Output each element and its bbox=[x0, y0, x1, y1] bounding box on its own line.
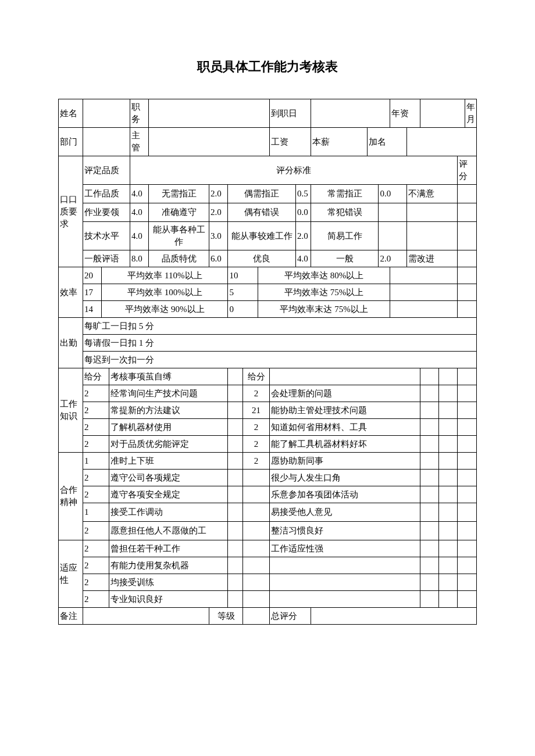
adapt-r4-e2[interactable] bbox=[420, 591, 438, 608]
val-hiredate[interactable] bbox=[311, 99, 390, 128]
know-r1-e3[interactable] bbox=[439, 385, 458, 402]
adapt-r3-b[interactable] bbox=[269, 574, 420, 591]
adapt-r2-e3[interactable] bbox=[439, 557, 458, 574]
val-mgr[interactable] bbox=[149, 128, 269, 156]
coop-r5-e[interactable] bbox=[228, 522, 243, 540]
qual-r2-t4[interactable] bbox=[407, 203, 458, 222]
eff-r2-score[interactable] bbox=[458, 284, 477, 301]
adapt-r2-s2[interactable] bbox=[243, 557, 269, 574]
coop-r3-e[interactable] bbox=[228, 486, 243, 503]
eff-r1-score[interactable] bbox=[458, 267, 477, 284]
adapt-r2-e2[interactable] bbox=[420, 557, 438, 574]
coop-r3-e3[interactable] bbox=[439, 486, 458, 503]
coop-r2-e2[interactable] bbox=[420, 470, 438, 486]
coop-r4-e[interactable] bbox=[228, 503, 243, 522]
know-e4[interactable] bbox=[439, 368, 458, 385]
know-r3-e[interactable] bbox=[228, 419, 243, 436]
know-e2[interactable] bbox=[269, 368, 420, 385]
eff-r2-e[interactable] bbox=[390, 284, 458, 301]
val-remark[interactable] bbox=[83, 608, 209, 625]
know-r2-e[interactable] bbox=[228, 402, 243, 419]
coop-r4-e3[interactable] bbox=[439, 503, 458, 522]
coop-r3-e2[interactable] bbox=[420, 486, 438, 503]
qual-r3-t4[interactable] bbox=[407, 222, 458, 250]
know-r4-s: 2 bbox=[83, 436, 109, 453]
adapt-r3-e3[interactable] bbox=[439, 574, 458, 591]
coop-r2-e3[interactable] bbox=[439, 470, 458, 486]
lbl-plus: 加名 bbox=[368, 128, 407, 156]
know-r3-e4[interactable] bbox=[458, 419, 477, 436]
coop-r3-e4[interactable] bbox=[458, 486, 477, 503]
adapt-r4-b[interactable] bbox=[269, 591, 420, 608]
eff-r3-e[interactable] bbox=[390, 301, 458, 318]
know-r4-e[interactable] bbox=[228, 436, 243, 453]
adapt-r3-e[interactable] bbox=[228, 574, 243, 591]
adapt-r2-e4[interactable] bbox=[458, 557, 477, 574]
qual-r1-score[interactable] bbox=[458, 185, 477, 203]
coop-r3-s2[interactable] bbox=[243, 486, 269, 503]
val-total[interactable] bbox=[311, 608, 476, 625]
adapt-r4-e3[interactable] bbox=[439, 591, 458, 608]
coop-r4-e4[interactable] bbox=[458, 503, 477, 522]
adapt-r3-s2[interactable] bbox=[243, 574, 269, 591]
know-e5[interactable] bbox=[458, 368, 477, 385]
know-r4-e2[interactable] bbox=[420, 436, 438, 453]
coop-r1-e2[interactable] bbox=[420, 453, 438, 470]
adapt-r3-e4[interactable] bbox=[458, 574, 477, 591]
adapt-r1-e4[interactable] bbox=[458, 540, 477, 557]
adapt-r1-e3[interactable] bbox=[439, 540, 458, 557]
adapt-r1-e[interactable] bbox=[228, 540, 243, 557]
lbl-total: 总评分 bbox=[269, 608, 311, 625]
val-plus[interactable] bbox=[407, 128, 477, 156]
know-r3-e3[interactable] bbox=[439, 419, 458, 436]
know-r2-e4[interactable] bbox=[458, 402, 477, 419]
qual-r3-s4[interactable] bbox=[379, 222, 407, 250]
know-r3-e2[interactable] bbox=[420, 419, 438, 436]
coop-r1-e3[interactable] bbox=[439, 453, 458, 470]
know-r2-e2[interactable] bbox=[420, 402, 438, 419]
know-r2-e3[interactable] bbox=[439, 402, 458, 419]
adapt-r3-e2[interactable] bbox=[420, 574, 438, 591]
val-post[interactable] bbox=[149, 99, 269, 128]
qual-r2-s1: 4.0 bbox=[130, 203, 149, 222]
val-grade[interactable] bbox=[243, 608, 269, 625]
coop-r2-e[interactable] bbox=[228, 470, 243, 486]
know-r1-e[interactable] bbox=[228, 385, 243, 402]
qual-r3-t1: 能从事各种工作 bbox=[149, 222, 209, 250]
coop-r1-e[interactable] bbox=[228, 453, 243, 470]
val-dept[interactable] bbox=[83, 128, 130, 156]
qual-r4-t2: 优良 bbox=[228, 250, 296, 267]
adapt-r2-e[interactable] bbox=[228, 557, 243, 574]
adapt-r2-b[interactable] bbox=[269, 557, 420, 574]
coop-r4-e2[interactable] bbox=[420, 503, 438, 522]
coop-r4-s2[interactable] bbox=[243, 503, 269, 522]
qual-r3-t2: 能从事较难工作 bbox=[228, 222, 296, 250]
know-r1-e4[interactable] bbox=[458, 385, 477, 402]
adapt-r4-s2[interactable] bbox=[243, 591, 269, 608]
adapt-r1-e2[interactable] bbox=[420, 540, 438, 557]
coop-r2-e4[interactable] bbox=[458, 470, 477, 486]
qual-r2-s4[interactable] bbox=[379, 203, 407, 222]
coop-r2-s2[interactable] bbox=[243, 470, 269, 486]
know-r1-e2[interactable] bbox=[420, 385, 438, 402]
adapt-r4-e[interactable] bbox=[228, 591, 243, 608]
coop-r5-e2[interactable] bbox=[420, 522, 438, 540]
adapt-r4-e4[interactable] bbox=[458, 591, 477, 608]
know-r1-s2: 2 bbox=[243, 385, 269, 402]
qual-r3-score[interactable] bbox=[458, 222, 477, 250]
val-seniority[interactable] bbox=[420, 99, 465, 128]
adapt-r1-s2[interactable] bbox=[243, 540, 269, 557]
coop-r5-s2[interactable] bbox=[243, 522, 269, 540]
know-r4-e4[interactable] bbox=[458, 436, 477, 453]
qual-r2-score[interactable] bbox=[458, 203, 477, 222]
qual-r4-score[interactable] bbox=[458, 250, 477, 267]
coop-r1-e4[interactable] bbox=[458, 453, 477, 470]
know-e1[interactable] bbox=[228, 368, 243, 385]
val-name[interactable] bbox=[83, 99, 130, 128]
eff-r3-score[interactable] bbox=[458, 301, 477, 318]
know-r4-e3[interactable] bbox=[439, 436, 458, 453]
coop-r5-e4[interactable] bbox=[458, 522, 477, 540]
eff-r1-e[interactable] bbox=[390, 267, 458, 284]
know-e3[interactable] bbox=[420, 368, 438, 385]
coop-r5-e3[interactable] bbox=[439, 522, 458, 540]
